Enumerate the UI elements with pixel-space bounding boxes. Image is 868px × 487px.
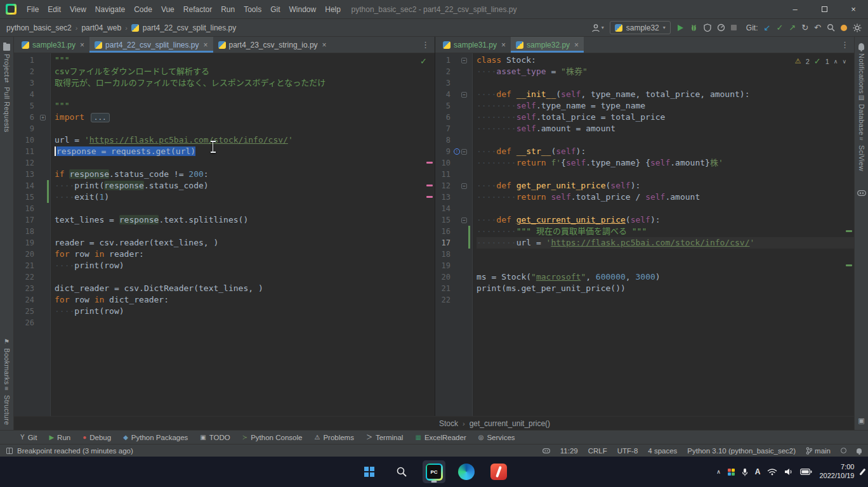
line-number[interactable]: 12	[435, 180, 450, 192]
code-line[interactable]: response = requests.get(url)	[55, 146, 435, 157]
volume-icon[interactable]	[784, 468, 793, 476]
line-number[interactable]: 14	[14, 180, 34, 192]
code-line[interactable]: ········return f'{self.type_name} {self.…	[477, 157, 854, 169]
menu-run[interactable]: Run	[216, 0, 239, 19]
code-line[interactable]: ········url = 'https://flask.pc5bai.com/…	[477, 237, 854, 249]
battery-icon[interactable]	[800, 469, 812, 475]
vcs-update-button[interactable]: ↙	[763, 23, 770, 32]
code-line[interactable]	[477, 134, 854, 146]
breadcrumb-item[interactable]: Stock	[439, 419, 458, 428]
gutter-row[interactable]: 9↑−	[435, 146, 472, 157]
statusbar-item[interactable]: 11:29	[560, 447, 578, 455]
line-number[interactable]: 13	[435, 192, 450, 203]
toolwindow-button-structure[interactable]: ≡Structure	[3, 385, 11, 425]
toolwindow-button-terminal[interactable]: ＞Terminal	[361, 434, 408, 441]
gutter-row[interactable]: 9	[14, 123, 50, 134]
gutter-row[interactable]: 22	[435, 294, 472, 306]
run-button[interactable]	[676, 24, 684, 32]
stop-button[interactable]	[731, 23, 737, 32]
gutter-row[interactable]: 10	[435, 157, 472, 169]
statusbar-item[interactable]: UTF-8	[617, 447, 638, 455]
menu-navigate[interactable]: Navigate	[91, 0, 129, 19]
line-number[interactable]: 11	[435, 169, 450, 180]
line-number[interactable]: 10	[435, 157, 450, 169]
close-tab-icon[interactable]: ×	[322, 41, 327, 49]
line-number[interactable]: 22	[435, 294, 450, 306]
gutter-row[interactable]: 10	[14, 134, 50, 146]
code-line[interactable]	[477, 169, 854, 180]
menu-view[interactable]: View	[65, 0, 91, 19]
code-line[interactable]: if response.status_code != 200:	[55, 169, 435, 180]
code-line[interactable]	[55, 157, 435, 169]
code-line[interactable]	[55, 89, 435, 100]
gutter-row[interactable]: 26	[14, 317, 50, 328]
code-line[interactable]: ····exit(1)	[55, 192, 435, 203]
profiler-button[interactable]	[717, 23, 725, 32]
run-configuration-select[interactable]: sample32 ▾	[610, 21, 671, 34]
gutter-row[interactable]: 7	[435, 123, 472, 134]
line-number[interactable]: 20	[14, 249, 34, 260]
code-line[interactable]: ········self.amount = amount	[477, 123, 854, 134]
code-line[interactable]: ····def get_current_unit_price(self):	[477, 214, 854, 226]
gutter-row[interactable]: 3	[435, 77, 472, 89]
menu-vue[interactable]: Vue	[157, 0, 179, 19]
line-number[interactable]: 10	[14, 134, 34, 146]
gutter-left[interactable]: 123456+910111213141516171819202122232425…	[14, 53, 51, 416]
line-number[interactable]: 4	[14, 89, 34, 100]
editor-tab[interactable]: sample32.py×	[511, 37, 584, 53]
line-number[interactable]: 24	[14, 294, 34, 306]
gutter-row[interactable]: 17	[14, 214, 50, 226]
gutter-row[interactable]: 14	[435, 203, 472, 214]
gutter-row[interactable]: 1	[14, 55, 50, 66]
ime-mode-indicator[interactable]: A	[755, 467, 761, 476]
menu-refactor[interactable]: Refactor	[179, 0, 216, 19]
breadcrumb-item[interactable]: part04_web	[81, 23, 121, 32]
gutter-row[interactable]: 13	[14, 169, 50, 180]
override-icon[interactable]: ↑	[454, 148, 460, 155]
breadcrumb-item[interactable]: get_current_unit_price()	[470, 419, 550, 428]
line-number[interactable]: 21	[435, 283, 450, 294]
plugin-status-icon[interactable]	[841, 25, 847, 31]
code-with-me-icon[interactable]	[841, 448, 846, 453]
code-line[interactable]: ····def get_per_unit_price(self):	[477, 180, 854, 192]
line-number[interactable]: 21	[14, 260, 34, 271]
more-tabs-icon[interactable]: ⋮	[836, 40, 854, 49]
line-number[interactable]: 4	[435, 89, 450, 100]
line-number[interactable]: 9	[435, 146, 450, 157]
line-number[interactable]: 6	[14, 112, 34, 123]
gutter-row[interactable]: 11	[435, 169, 472, 180]
gutter-row[interactable]: 22	[14, 271, 50, 283]
menu-help[interactable]: Help	[320, 0, 345, 19]
line-number[interactable]: 8	[435, 134, 450, 146]
toolwindow-button-todo[interactable]: ▣TODO	[195, 434, 235, 441]
line-number[interactable]: 12	[14, 157, 34, 169]
code-line[interactable]: ms = Stock("macrosoft", 600000, 3000)	[477, 271, 854, 283]
toolwindow-button-pull-requests[interactable]: ⇅Pull Requests	[3, 77, 11, 133]
fold-icon[interactable]: +	[40, 115, 46, 120]
fold-icon[interactable]: −	[461, 92, 467, 98]
notifications-icon[interactable]	[857, 448, 862, 453]
tray-overflow-button[interactable]: ∧	[716, 469, 721, 475]
editor-tab[interactable]: part4_22_csv_split_lines.py×	[89, 37, 213, 53]
line-number[interactable]: 22	[14, 271, 34, 283]
toolwindow-button-run[interactable]: ▶Run	[44, 434, 76, 441]
vcs-commit-button[interactable]: ✓	[776, 23, 783, 32]
toolwindow-layout-icon[interactable]	[6, 448, 13, 454]
search-everywhere-button[interactable]	[827, 23, 835, 32]
toolwindow-button-services[interactable]: ◎Services	[473, 434, 520, 441]
gutter-row[interactable]: 18	[435, 249, 472, 260]
code-line[interactable]	[55, 203, 435, 214]
close-tab-icon[interactable]: ×	[80, 41, 84, 49]
code-line[interactable]	[55, 123, 435, 134]
code-line[interactable]: ····asset_type = "株券"	[477, 66, 854, 77]
fold-icon[interactable]: −	[461, 183, 467, 189]
code-area-left[interactable]: """csvファイルをダウンロードして解析する取得元が、ローカルのファイルではな…	[51, 53, 435, 416]
line-number[interactable]: 5	[14, 100, 34, 112]
settings-button[interactable]	[853, 23, 862, 32]
gutter-row[interactable]: 16	[14, 203, 50, 214]
code-line[interactable]	[477, 77, 854, 89]
taskbar-search-button[interactable]	[390, 460, 413, 483]
gutter-row[interactable]: 11	[14, 146, 50, 157]
gutter-row[interactable]: 2	[14, 66, 50, 77]
tray-clock[interactable]: 7:00 2022/10/19	[819, 463, 854, 481]
